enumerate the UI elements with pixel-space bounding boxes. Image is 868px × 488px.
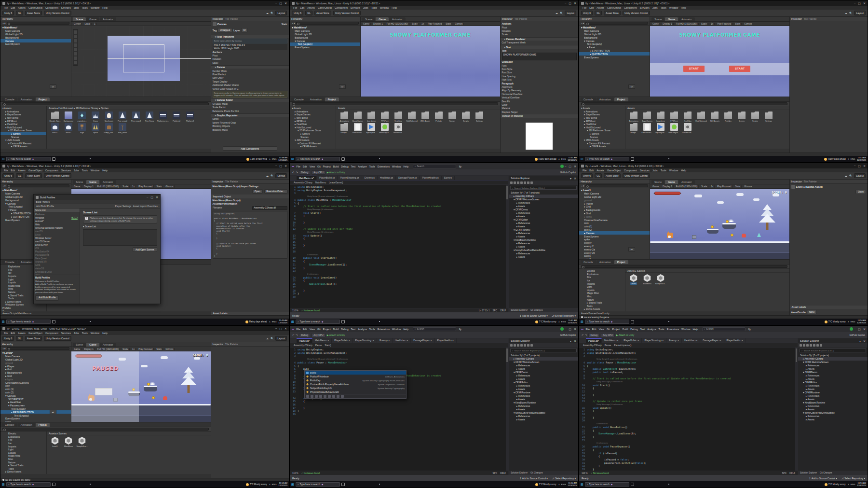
taskbar-app-icon[interactable] xyxy=(89,320,93,324)
weather-widget[interactable]: 1 cm of rain Wed xyxy=(246,158,267,161)
taskbar-clock[interactable]: 11:45 AM12/3/2025 xyxy=(278,320,287,324)
menu-item[interactable]: Jobs xyxy=(651,169,659,172)
unity-version-badge[interactable]: Unity 6 xyxy=(2,173,14,178)
completion-item[interactable]: public xyxy=(305,371,406,375)
cloud-icon[interactable]: ☁ xyxy=(556,12,558,14)
hierarchy-item[interactable]: ▾ MainMenu* xyxy=(290,26,360,29)
solution-item[interactable]: ▸ References xyxy=(509,222,578,225)
project-folder[interactable]: ▸ BayatGames xyxy=(579,113,625,116)
task-view-icon[interactable] xyxy=(341,483,345,486)
start-button[interactable]: ⊞ xyxy=(2,320,5,323)
solution-toolbar[interactable] xyxy=(509,181,578,185)
taskbar-clock[interactable]: 11:47 AM12/3/2025 xyxy=(568,320,577,324)
inspector-row[interactable]: UI Scale Mode xyxy=(213,102,287,106)
tab-git-changes[interactable]: Git Changes xyxy=(820,472,832,474)
project-folder[interactable]: Nature xyxy=(0,460,46,464)
solution-item[interactable]: ▸ Assets xyxy=(509,377,578,381)
taskbar-search[interactable]: ⌕Type here to search✦ xyxy=(6,482,51,487)
hierarchy-item[interactable]: Global Light 2D xyxy=(0,358,71,362)
solution-item[interactable]: ▸ Assets xyxy=(509,388,578,391)
game-tool[interactable]: Play Focused xyxy=(137,348,154,350)
asset-tile[interactable]: foxy demo xyxy=(365,112,378,122)
asset-tile[interactable]: Thirdpa... xyxy=(627,123,640,134)
taskbar-app-icon[interactable] xyxy=(378,483,382,487)
tab-animator[interactable]: Animator xyxy=(678,180,695,184)
hierarchy-item[interactable]: enemy 2 xyxy=(579,245,650,248)
project-folder[interactable]: Explosions xyxy=(0,435,46,439)
taskbar-app-icon[interactable] xyxy=(378,157,382,161)
project-folder[interactable]: Scenes xyxy=(0,135,46,139)
hierarchy-item[interactable]: Background xyxy=(290,36,360,39)
config-dropdown[interactable]: Debug xyxy=(588,333,599,337)
tab-console[interactable]: Console xyxy=(291,98,307,101)
menu-item[interactable]: Jobs xyxy=(72,6,81,9)
hierarchy-item[interactable]: ▾ MainMenu* xyxy=(0,26,71,29)
task-view-icon[interactable] xyxy=(52,320,55,323)
cloud-icon[interactable]: ☁ xyxy=(266,174,269,177)
hierarchy-item[interactable]: ▾ Pausescreen xyxy=(0,404,71,407)
menu-item[interactable]: Debug xyxy=(340,165,350,168)
undo-icon[interactable]: ↶ xyxy=(582,334,583,336)
taskbar-app-icon[interactable] xyxy=(346,320,350,324)
platform-item[interactable]: Meta Quest xyxy=(34,257,80,260)
game-tool[interactable]: Game xyxy=(651,23,660,25)
menu-item[interactable]: GameObject xyxy=(316,6,333,9)
asset-tile[interactable]: InputSyste... xyxy=(654,123,667,134)
hierarchy-item[interactable]: ▾ MainMenu* xyxy=(579,26,650,29)
asset-tile[interactable]: Animations xyxy=(338,112,351,122)
menu-item[interactable]: Test xyxy=(350,165,357,168)
hierarchy-item[interactable]: Global Light 2D xyxy=(579,195,650,199)
taskbar-app-icon[interactable] xyxy=(383,483,387,487)
hierarchy-item[interactable]: ▸ STARTBUTTON xyxy=(579,49,650,53)
project-folder[interactable]: ▾ Assets xyxy=(0,107,46,110)
menu-item[interactable]: Edit xyxy=(9,332,16,335)
inspector-row[interactable]: Raycast Target xyxy=(502,111,577,114)
menu-item[interactable]: GameObject xyxy=(27,6,44,9)
tab-inspector[interactable]: Inspector xyxy=(791,17,802,20)
taskbar-clock[interactable]: 11:43 AM12/3/2025 xyxy=(857,157,866,162)
taskbar-app-icon[interactable] xyxy=(373,483,377,487)
unity-version-badge[interactable]: Unity 6 xyxy=(2,11,14,15)
tab-game[interactable]: Game xyxy=(665,180,678,184)
platform-item[interactable]: Android* xyxy=(34,220,80,223)
account-avatar[interactable] xyxy=(560,327,564,331)
asset-tile[interactable]: Settings xyxy=(473,112,486,122)
hierarchy-item[interactable]: enemy 2b xyxy=(579,251,650,254)
project-folder[interactable]: ▾ HobISoLoved xyxy=(0,126,46,129)
asset-tile[interactable]: Rock2 xyxy=(62,123,75,134)
task-view-icon[interactable] xyxy=(631,483,634,486)
taskbar-app-icon[interactable] xyxy=(362,157,366,161)
menu-item[interactable]: Build xyxy=(621,328,629,331)
game-tool[interactable]: Game xyxy=(73,185,81,188)
add-component-button[interactable]: Add Component xyxy=(223,146,277,151)
asset-tile[interactable]: Platforms sn... xyxy=(157,112,169,122)
taskbar-search[interactable]: ⌕Type here to search✦ xyxy=(6,157,51,161)
hierarchy-item[interactable]: ▸ Backgrounds xyxy=(0,371,71,375)
tab-animator[interactable]: Animator xyxy=(100,180,116,184)
start-button[interactable]: ⊞ xyxy=(291,157,294,161)
breadcrumb-project[interactable]: Assembly-CSharp xyxy=(294,181,312,184)
project-breadcrumb[interactable]: Assets xyxy=(625,106,789,110)
solution-item[interactable]: ▸ Assets xyxy=(509,408,578,411)
code-editor[interactable]: 1using UnityEngine;2using UnityEngine.Sc… xyxy=(290,185,508,308)
taskbar-app-icon[interactable] xyxy=(83,320,87,324)
system-tray[interactable]: ∧ENG xyxy=(269,158,277,160)
menu-item[interactable]: Window xyxy=(668,169,679,172)
document-tab[interactable]: DamagePlayer.cs xyxy=(700,338,724,343)
game-tool[interactable]: Game xyxy=(73,348,81,350)
project-folder[interactable]: ▸ Healthbar xyxy=(0,123,46,126)
hierarchy-item[interactable]: ▸ Grid xyxy=(0,368,71,371)
system-tray[interactable]: ∧ENG xyxy=(558,158,566,160)
asset-store-button[interactable]: Asset Store xyxy=(314,11,331,15)
hierarchy-search-input[interactable] xyxy=(7,347,69,350)
asset-store-button[interactable]: Asset Store xyxy=(25,11,42,15)
solution-item[interactable]: ▸ Assets xyxy=(798,418,868,421)
inspector-row[interactable]: Text xyxy=(501,45,578,48)
inspector-row[interactable]: Rotation xyxy=(213,57,287,61)
inspector-row[interactable]: Canvas xyxy=(211,65,289,69)
inspector-row[interactable]: Rotation xyxy=(502,29,577,33)
tab-animation[interactable]: Animation xyxy=(597,98,614,101)
project-folder[interactable]: ▸ Healthbar xyxy=(290,123,336,126)
solution-item[interactable]: ▸ Assets xyxy=(509,215,578,218)
hierarchy-item[interactable]: ▸ Backgrounds xyxy=(579,209,650,212)
